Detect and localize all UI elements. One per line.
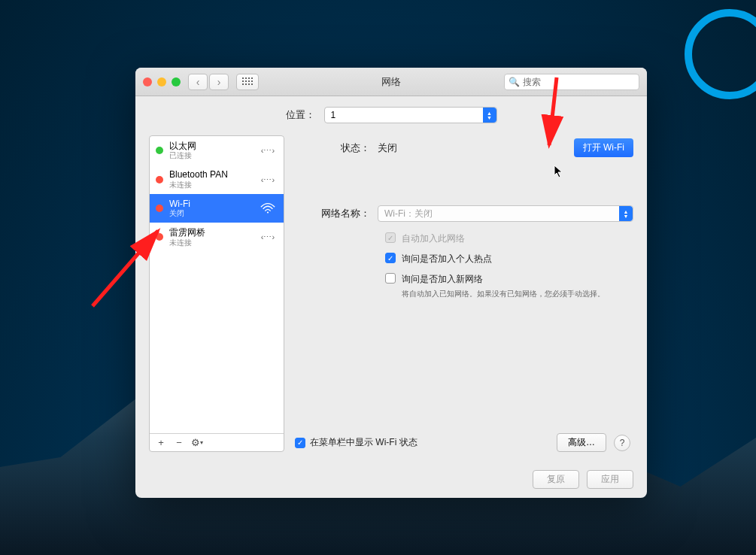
sidebar-item-wifi[interactable]: Wi-Fi 关闭 [150,194,284,223]
detail-pane: 状态： 关闭 打开 Wi-Fi 网络名称： Wi-Fi：关闭 ▲▼ ✓ 自动加入… [295,135,633,452]
svg-text:‹⋯›: ‹⋯› [261,146,275,155]
ask-new-help-text: 将自动加入已知网络。如果没有已知网络，您必须手动选择。 [402,289,633,299]
zoom-button[interactable] [172,77,181,86]
remove-network-button[interactable]: − [171,436,187,450]
bottom-row: ✓ 在菜单栏中显示 Wi-Fi 状态 高级… ? [295,433,633,452]
back-button[interactable]: ‹ [188,74,208,90]
status-dot-icon [156,205,163,212]
network-name-label: 网络名称： [295,207,378,220]
search-input[interactable] [504,74,639,90]
ethernet-icon: ‹⋯› [258,173,278,187]
location-row: 位置： 1 ▲▼ [149,107,633,123]
status-dot-icon [156,176,163,183]
location-value: 1 [331,110,336,120]
chevron-up-down-icon: ▲▼ [619,206,633,221]
chevron-up-down-icon: ▲▼ [483,108,496,123]
system-preferences-window: ‹ › 网络 🔍 位置： 1 ▲▼ [135,68,647,498]
revert-button[interactable]: 复原 [533,470,579,489]
titlebar: ‹ › 网络 🔍 [135,68,647,96]
ethernet-icon: ‹⋯› [258,144,278,157]
svg-text:‹⋯›: ‹⋯› [261,232,275,241]
window-body: 位置： 1 ▲▼ 以太网 已连接 ‹⋯› [135,96,647,461]
search-wrap: 🔍 [504,74,639,90]
footer-bar: 复原 应用 [135,461,647,498]
ask-hotspot-checkbox[interactable]: ✓ [385,253,396,263]
net-name: 雷雳网桥 [169,227,252,238]
help-button[interactable]: ? [614,435,630,451]
window-title: 网络 [381,75,401,89]
menubar-label: 在菜单栏中显示 Wi-Fi 状态 [310,436,417,449]
sidebar-item-thunderbolt-bridge[interactable]: 雷雳网桥 未连接 ‹⋯› [150,223,284,251]
status-value: 关闭 [378,141,397,155]
gear-icon: ⚙︎ [191,437,200,448]
status-dot-icon [156,147,163,154]
ask-new-checkbox[interactable] [385,273,396,284]
minimize-button[interactable] [157,77,166,86]
network-name-row: 网络名称： Wi-Fi：关闭 ▲▼ [295,205,633,222]
network-list: 以太网 已连接 ‹⋯› Bluetooth PAN 未连接 [150,136,284,433]
net-status: 未连接 [169,180,252,190]
ethernet-icon: ‹⋯› [258,230,278,244]
search-icon: 🔍 [509,77,520,87]
cursor-icon [554,165,564,180]
net-status: 未连接 [169,238,252,247]
menubar-row: ✓ 在菜单栏中显示 Wi-Fi 状态 [295,436,417,449]
auto-join-row: ✓ 自动加入此网络 [385,232,633,245]
status-row: 状态： 关闭 打开 Wi-Fi [295,138,633,157]
net-name: 以太网 [169,141,252,151]
grid-icon [242,77,254,86]
location-select[interactable]: 1 ▲▼ [324,107,497,123]
show-all-button[interactable] [236,74,259,90]
network-name-placeholder: Wi-Fi：关闭 [384,208,433,220]
main-columns: 以太网 已连接 ‹⋯› Bluetooth PAN 未连接 [149,135,633,452]
status-dot-icon [156,233,163,241]
network-name-select[interactable]: Wi-Fi：关闭 ▲▼ [378,205,633,222]
auto-join-label: 自动加入此网络 [402,232,465,245]
location-label: 位置： [286,108,315,122]
net-name: Bluetooth PAN [169,169,252,180]
traffic-lights [143,77,181,86]
sidebar-footer: + − ⚙︎▾ [150,433,284,451]
advanced-button[interactable]: 高级… [557,433,606,452]
svg-text:‹⋯›: ‹⋯› [261,174,275,183]
network-sidebar: 以太网 已连接 ‹⋯› Bluetooth PAN 未连接 [149,135,284,452]
forward-button[interactable]: › [209,74,229,90]
net-name: Wi-Fi [169,199,252,209]
nav-group: ‹ › [188,74,229,90]
chevron-down-icon: ▾ [200,439,203,446]
toggle-wifi-button[interactable]: 打开 Wi-Fi [574,138,633,157]
ask-new-label: 询问是否加入新网络 [402,273,483,286]
gear-button[interactable]: ⚙︎▾ [189,436,205,450]
status-label: 状态： [295,141,378,155]
close-button[interactable] [143,77,152,86]
sidebar-item-bluetooth-pan[interactable]: Bluetooth PAN 未连接 ‹⋯› [150,165,284,193]
net-status: 关闭 [169,209,252,218]
wifi-icon [258,202,278,215]
add-network-button[interactable]: + [153,436,169,450]
menubar-checkbox[interactable]: ✓ [295,438,305,448]
auto-join-checkbox: ✓ [385,232,396,243]
ask-hotspot-label: 询问是否加入个人热点 [402,253,492,265]
net-status: 已连接 [169,151,252,160]
ask-new-row: 询问是否加入新网络 [385,273,633,286]
svg-point-2 [267,211,269,213]
ask-hotspot-row: ✓ 询问是否加入个人热点 [385,253,633,265]
apply-button[interactable]: 应用 [587,470,633,489]
sidebar-item-ethernet[interactable]: 以太网 已连接 ‹⋯› [150,136,284,165]
